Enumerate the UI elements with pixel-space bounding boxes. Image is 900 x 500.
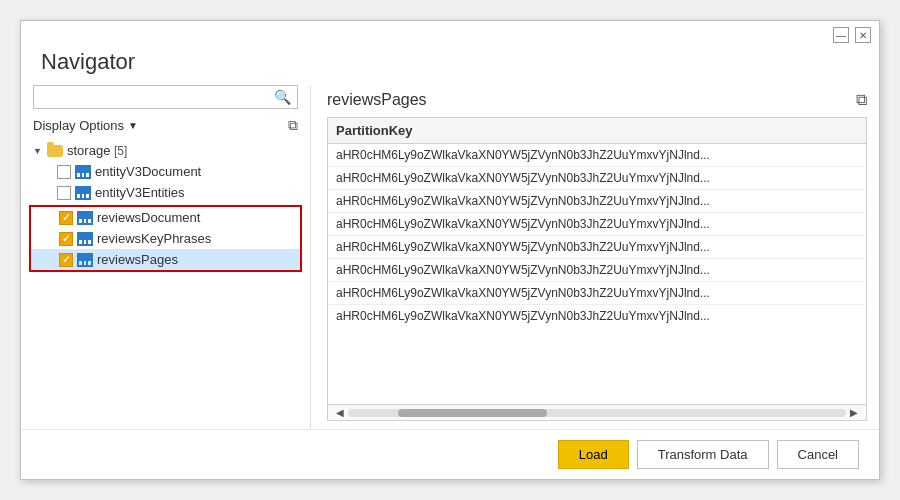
list-item[interactable]: reviewsPages [31, 249, 300, 270]
preview-web-icon[interactable]: ⧉ [856, 91, 867, 109]
display-options-label: Display Options [33, 118, 124, 133]
folder-icon [47, 145, 63, 157]
checkbox-reviewsPages[interactable] [59, 253, 73, 267]
column-header: PartitionKey [328, 118, 866, 144]
table-row: aHR0cHM6Ly9oZWlkaVkaXN0YW5jZVynN0b3JhZ2U… [328, 282, 866, 305]
table-icon [77, 211, 93, 225]
checkbox-entityV3Document[interactable] [57, 165, 71, 179]
search-input[interactable] [40, 90, 274, 105]
checkbox-reviewsDocument[interactable] [59, 211, 73, 225]
preview-header: reviewsPages ⧉ [327, 85, 867, 117]
list-item[interactable]: reviewsKeyPhrases [31, 228, 300, 249]
chevron-down-icon: ▼ [128, 120, 138, 131]
scroll-thumb[interactable] [398, 409, 547, 417]
item-label: reviewsKeyPhrases [97, 231, 211, 246]
title-bar: — ✕ [21, 21, 879, 49]
dialog-body: 🔍 Display Options ▼ ⧉ ▼ storage [5] [21, 85, 879, 429]
table-body[interactable]: aHR0cHM6Ly9oZWlkaVkaXN0YW5jZVynN0b3JhZ2U… [328, 144, 866, 404]
checkbox-entityV3Entities[interactable] [57, 186, 71, 200]
transform-data-button[interactable]: Transform Data [637, 440, 769, 469]
search-icon: 🔍 [274, 89, 291, 105]
load-button[interactable]: Load [558, 440, 629, 469]
table-row: aHR0cHM6Ly9oZWlkaVkaXN0YW5jZVynN0b3JhZ2U… [328, 190, 866, 213]
table-row: aHR0cHM6Ly9oZWlkaVkaXN0YW5jZVynN0b3JhZ2U… [328, 213, 866, 236]
table-icon [77, 232, 93, 246]
storage-node[interactable]: ▼ storage [5] [29, 140, 302, 161]
scroll-left-icon[interactable]: ◀ [332, 407, 348, 418]
list-item[interactable]: entityV3Document [29, 161, 302, 182]
scroll-track[interactable] [348, 409, 846, 417]
table-row: aHR0cHM6Ly9oZWlkaVkaXN0YW5jZVynN0b3JhZ2U… [328, 167, 866, 190]
item-label: reviewsDocument [97, 210, 200, 225]
item-label: reviewsPages [97, 252, 178, 267]
table-row: aHR0cHM6Ly9oZWlkaVkaXN0YW5jZVynN0b3JhZ2U… [328, 236, 866, 259]
list-item[interactable]: entityV3Entities [29, 182, 302, 203]
scroll-right-icon[interactable]: ▶ [846, 407, 862, 418]
item-label: entityV3Entities [95, 185, 185, 200]
tree-view: ▼ storage [5] [21, 140, 310, 421]
close-button[interactable]: ✕ [855, 27, 871, 43]
data-table: PartitionKey aHR0cHM6Ly9oZWlkaVkaXN0YW5j… [327, 117, 867, 421]
right-panel: reviewsPages ⧉ PartitionKey aHR0cHM6Ly9o… [311, 85, 879, 429]
dialog-title: Navigator [21, 49, 879, 85]
table-row: aHR0cHM6Ly9oZWlkaVkaXN0YW5jZVynN0b3JhZ2U… [328, 305, 866, 327]
cancel-button[interactable]: Cancel [777, 440, 859, 469]
storage-label: storage [5] [67, 143, 127, 158]
horizontal-scrollbar[interactable]: ◀ ▶ [328, 404, 866, 420]
checked-items-group: reviewsDocument reviewsKe [29, 205, 302, 272]
display-options-row: Display Options ▼ ⧉ [21, 117, 310, 140]
item-label: entityV3Document [95, 164, 201, 179]
web-preview-icon[interactable]: ⧉ [288, 117, 298, 134]
checkbox-reviewsKeyPhrases[interactable] [59, 232, 73, 246]
table-icon [77, 253, 93, 267]
search-box[interactable]: 🔍 [33, 85, 298, 109]
navigator-dialog: — ✕ Navigator 🔍 Display Options ▼ ⧉ [20, 20, 880, 480]
table-icon [75, 165, 91, 179]
table-icon [75, 186, 91, 200]
expand-arrow-icon: ▼ [33, 146, 47, 156]
table-row: aHR0cHM6Ly9oZWlkaVkaXN0YW5jZVynN0b3JhZ2U… [328, 144, 866, 167]
minimize-button[interactable]: — [833, 27, 849, 43]
display-options-button[interactable]: Display Options ▼ [33, 118, 138, 133]
preview-title: reviewsPages [327, 91, 427, 109]
dialog-footer: Load Transform Data Cancel [21, 429, 879, 479]
table-row: aHR0cHM6Ly9oZWlkaVkaXN0YW5jZVynN0b3JhZ2U… [328, 259, 866, 282]
list-item[interactable]: reviewsDocument [31, 207, 300, 228]
left-panel: 🔍 Display Options ▼ ⧉ ▼ storage [5] [21, 85, 311, 429]
